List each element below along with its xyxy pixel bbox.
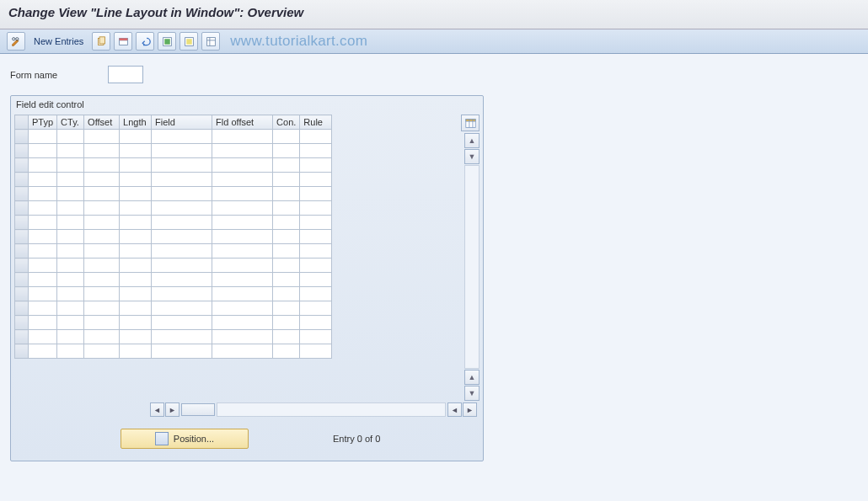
grid-cell[interactable] (120, 273, 152, 287)
grid-cell[interactable] (152, 187, 212, 201)
grid-cell[interactable] (152, 258, 212, 273)
grid-cell[interactable] (84, 301, 120, 316)
grid-cell[interactable] (212, 316, 273, 330)
grid-cell[interactable] (300, 144, 332, 158)
grid-cell[interactable] (29, 258, 57, 273)
grid-cell[interactable] (300, 258, 332, 273)
grid-cell[interactable] (300, 273, 332, 287)
grid-cell[interactable] (29, 301, 57, 316)
grid-cell[interactable] (120, 287, 152, 301)
grid-cell[interactable] (212, 258, 273, 273)
row-header-corner[interactable] (15, 115, 29, 130)
row-header[interactable] (15, 158, 29, 173)
grid-cell[interactable] (120, 216, 152, 230)
grid-cell[interactable] (273, 230, 300, 244)
grid-cell[interactable] (300, 316, 332, 330)
grid-cell[interactable] (57, 216, 84, 230)
grid-cell[interactable] (300, 344, 332, 359)
grid-cell[interactable] (57, 258, 84, 273)
copy-as-button[interactable] (92, 32, 110, 51)
hscroll-thumb[interactable] (181, 403, 215, 416)
field-edit-grid[interactable]: PTypCTy.OffsetLngthFieldFld offsetCon.Ru… (14, 115, 332, 359)
grid-cell[interactable] (57, 187, 84, 201)
grid-cell[interactable] (152, 316, 212, 330)
grid-cell[interactable] (84, 287, 120, 301)
grid-cell[interactable] (212, 330, 273, 344)
grid-cell[interactable] (212, 230, 273, 244)
grid-cell[interactable] (57, 316, 84, 330)
grid-cell[interactable] (273, 273, 300, 287)
grid-cell[interactable] (273, 130, 300, 144)
grid-cell[interactable] (300, 244, 332, 258)
grid-cell[interactable] (29, 316, 57, 330)
row-header[interactable] (15, 330, 29, 344)
grid-cell[interactable] (84, 316, 120, 330)
grid-cell[interactable] (57, 173, 84, 187)
grid-cell[interactable] (212, 158, 273, 173)
grid-cell[interactable] (57, 144, 84, 158)
row-header[interactable] (15, 273, 29, 287)
grid-cell[interactable] (84, 244, 120, 258)
grid-cell[interactable] (212, 273, 273, 287)
scroll-down-button[interactable]: ▼ (464, 386, 480, 401)
scroll-col-right-button[interactable]: ► (165, 402, 179, 417)
config-button[interactable] (201, 32, 220, 51)
grid-cell[interactable] (212, 144, 273, 158)
grid-cell[interactable] (84, 158, 120, 173)
grid-cell[interactable] (120, 258, 152, 273)
grid-cell[interactable] (300, 201, 332, 216)
grid-cell[interactable] (152, 244, 212, 258)
grid-cell[interactable] (152, 344, 212, 359)
grid-cell[interactable] (57, 301, 84, 316)
row-header[interactable] (15, 344, 29, 359)
grid-cell[interactable] (300, 216, 332, 230)
grid-cell[interactable] (84, 173, 120, 187)
grid-cell[interactable] (29, 187, 57, 201)
grid-cell[interactable] (120, 230, 152, 244)
grid-cell[interactable] (120, 330, 152, 344)
col-header-ptyp[interactable]: PTyp (29, 115, 57, 130)
grid-cell[interactable] (300, 230, 332, 244)
form-name-input[interactable] (108, 66, 143, 83)
row-header[interactable] (15, 187, 29, 201)
grid-cell[interactable] (120, 130, 152, 144)
grid-cell[interactable] (120, 344, 152, 359)
position-button[interactable]: Position... (121, 429, 249, 449)
grid-cell[interactable] (84, 258, 120, 273)
col-header-lngth[interactable]: Lngth (120, 115, 152, 130)
deselect-all-button[interactable] (179, 32, 198, 51)
grid-cell[interactable] (84, 230, 120, 244)
row-header[interactable] (15, 144, 29, 158)
grid-cell[interactable] (300, 173, 332, 187)
grid-cell[interactable] (152, 301, 212, 316)
grid-cell[interactable] (212, 187, 273, 201)
grid-cell[interactable] (152, 287, 212, 301)
row-header[interactable] (15, 287, 29, 301)
grid-cell[interactable] (29, 201, 57, 216)
grid-cell[interactable] (273, 144, 300, 158)
grid-cell[interactable] (273, 244, 300, 258)
grid-cell[interactable] (120, 144, 152, 158)
grid-cell[interactable] (273, 158, 300, 173)
vertical-scrollbar-track[interactable] (464, 165, 480, 369)
grid-cell[interactable] (273, 216, 300, 230)
grid-cell[interactable] (152, 144, 212, 158)
grid-cell[interactable] (212, 244, 273, 258)
grid-cell[interactable] (84, 130, 120, 144)
grid-cell[interactable] (120, 201, 152, 216)
grid-cell[interactable] (84, 344, 120, 359)
grid-cell[interactable] (84, 201, 120, 216)
grid-cell[interactable] (57, 130, 84, 144)
grid-cell[interactable] (29, 344, 57, 359)
scroll-page-up-button[interactable]: ▼ (464, 149, 480, 164)
grid-cell[interactable] (152, 201, 212, 216)
select-all-button[interactable] (158, 32, 176, 51)
grid-cell[interactable] (29, 287, 57, 301)
col-header-fldoffset[interactable]: Fld offset (212, 115, 273, 130)
undo-button[interactable] (136, 32, 154, 51)
grid-cell[interactable] (273, 201, 300, 216)
grid-cell[interactable] (152, 330, 212, 344)
grid-cell[interactable] (29, 173, 57, 187)
grid-cell[interactable] (84, 216, 120, 230)
grid-cell[interactable] (120, 173, 152, 187)
